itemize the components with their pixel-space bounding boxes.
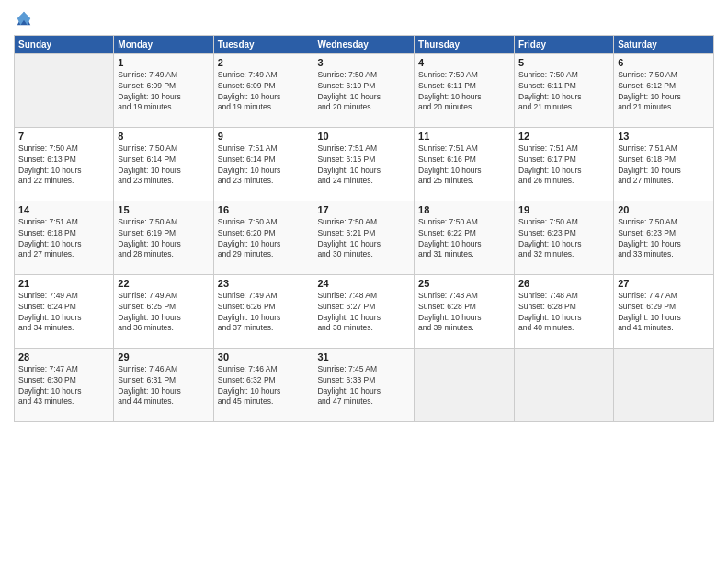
- day-number: 18: [418, 204, 510, 215]
- day-number: 26: [518, 278, 609, 289]
- day-info: Sunrise: 7:48 AM Sunset: 6:27 PM Dayligh…: [317, 291, 410, 335]
- day-cell: [614, 348, 714, 421]
- calendar-page: SundayMondayTuesdayWednesdayThursdayFrid…: [0, 0, 728, 563]
- day-number: 7: [18, 131, 109, 142]
- day-cell: 4Sunrise: 7:50 AM Sunset: 6:11 PM Daylig…: [415, 53, 515, 127]
- day-cell: 30Sunrise: 7:46 AM Sunset: 6:32 PM Dayli…: [213, 348, 313, 421]
- week-row-3: 14Sunrise: 7:51 AM Sunset: 6:18 PM Dayli…: [15, 201, 714, 274]
- day-number: 30: [218, 351, 310, 362]
- day-number: 27: [618, 278, 710, 289]
- day-cell: 11Sunrise: 7:51 AM Sunset: 6:16 PM Dayli…: [415, 127, 515, 201]
- day-cell: 26Sunrise: 7:48 AM Sunset: 6:28 PM Dayli…: [515, 274, 614, 348]
- day-cell: 5Sunrise: 7:50 AM Sunset: 6:11 PM Daylig…: [515, 53, 614, 127]
- day-cell: 1Sunrise: 7:49 AM Sunset: 6:09 PM Daylig…: [114, 53, 213, 127]
- day-info: Sunrise: 7:51 AM Sunset: 6:16 PM Dayligh…: [418, 144, 510, 188]
- header-row: SundayMondayTuesdayWednesdayThursdayFrid…: [15, 35, 714, 53]
- day-info: Sunrise: 7:46 AM Sunset: 6:32 PM Dayligh…: [218, 364, 310, 408]
- day-cell: 14Sunrise: 7:51 AM Sunset: 6:18 PM Dayli…: [15, 201, 114, 274]
- week-row-2: 7Sunrise: 7:50 AM Sunset: 6:13 PM Daylig…: [15, 127, 714, 201]
- day-number: 31: [317, 351, 410, 362]
- col-header-monday: Monday: [114, 35, 213, 53]
- day-number: 16: [218, 204, 310, 215]
- day-number: 4: [418, 57, 510, 68]
- day-info: Sunrise: 7:49 AM Sunset: 6:09 PM Dayligh…: [118, 70, 209, 114]
- day-cell: 9Sunrise: 7:51 AM Sunset: 6:14 PM Daylig…: [213, 127, 313, 201]
- col-header-saturday: Saturday: [614, 35, 714, 53]
- week-row-5: 28Sunrise: 7:47 AM Sunset: 6:30 PM Dayli…: [15, 348, 714, 421]
- col-header-tuesday: Tuesday: [213, 35, 313, 53]
- day-number: 23: [218, 278, 310, 289]
- day-cell: 8Sunrise: 7:50 AM Sunset: 6:14 PM Daylig…: [114, 127, 213, 201]
- day-info: Sunrise: 7:50 AM Sunset: 6:14 PM Dayligh…: [118, 144, 209, 188]
- day-number: 21: [18, 278, 109, 289]
- day-cell: 18Sunrise: 7:50 AM Sunset: 6:22 PM Dayli…: [415, 201, 515, 274]
- day-info: Sunrise: 7:49 AM Sunset: 6:25 PM Dayligh…: [118, 291, 209, 335]
- day-cell: 21Sunrise: 7:49 AM Sunset: 6:24 PM Dayli…: [15, 274, 114, 348]
- day-cell: 17Sunrise: 7:50 AM Sunset: 6:21 PM Dayli…: [313, 201, 415, 274]
- day-cell: 7Sunrise: 7:50 AM Sunset: 6:13 PM Daylig…: [15, 127, 114, 201]
- day-info: Sunrise: 7:50 AM Sunset: 6:21 PM Dayligh…: [317, 217, 410, 261]
- day-cell: 15Sunrise: 7:50 AM Sunset: 6:19 PM Dayli…: [114, 201, 213, 274]
- day-number: 2: [218, 57, 310, 68]
- day-number: 15: [118, 204, 209, 215]
- day-info: Sunrise: 7:51 AM Sunset: 6:18 PM Dayligh…: [618, 144, 710, 188]
- day-info: Sunrise: 7:50 AM Sunset: 6:23 PM Dayligh…: [618, 217, 710, 261]
- day-info: Sunrise: 7:47 AM Sunset: 6:29 PM Dayligh…: [618, 291, 710, 335]
- day-info: Sunrise: 7:50 AM Sunset: 6:12 PM Dayligh…: [618, 70, 710, 114]
- day-number: 10: [317, 131, 410, 142]
- col-header-thursday: Thursday: [415, 35, 515, 53]
- day-number: 19: [518, 204, 609, 215]
- week-row-1: 1Sunrise: 7:49 AM Sunset: 6:09 PM Daylig…: [15, 53, 714, 127]
- col-header-wednesday: Wednesday: [313, 35, 415, 53]
- day-cell: 3Sunrise: 7:50 AM Sunset: 6:10 PM Daylig…: [313, 53, 415, 127]
- day-cell: 25Sunrise: 7:48 AM Sunset: 6:28 PM Dayli…: [415, 274, 515, 348]
- col-header-sunday: Sunday: [15, 35, 114, 53]
- day-cell: 28Sunrise: 7:47 AM Sunset: 6:30 PM Dayli…: [15, 348, 114, 421]
- day-info: Sunrise: 7:49 AM Sunset: 6:26 PM Dayligh…: [218, 291, 310, 335]
- day-info: Sunrise: 7:51 AM Sunset: 6:15 PM Dayligh…: [317, 144, 410, 188]
- day-number: 8: [118, 131, 209, 142]
- col-header-friday: Friday: [515, 35, 614, 53]
- day-number: 12: [518, 131, 609, 142]
- day-info: Sunrise: 7:51 AM Sunset: 6:17 PM Dayligh…: [518, 144, 609, 188]
- day-number: 28: [18, 351, 109, 362]
- day-number: 6: [618, 57, 710, 68]
- day-info: Sunrise: 7:46 AM Sunset: 6:31 PM Dayligh…: [118, 364, 209, 408]
- day-number: 20: [618, 204, 710, 215]
- day-cell: [515, 348, 614, 421]
- day-info: Sunrise: 7:51 AM Sunset: 6:18 PM Dayligh…: [18, 217, 109, 261]
- day-number: 3: [317, 57, 410, 68]
- calendar-table: SundayMondayTuesdayWednesdayThursdayFrid…: [14, 35, 714, 422]
- logo: [14, 9, 32, 28]
- logo-icon: [16, 10, 32, 27]
- page-header: [14, 9, 714, 28]
- day-number: 13: [618, 131, 710, 142]
- day-cell: 23Sunrise: 7:49 AM Sunset: 6:26 PM Dayli…: [213, 274, 313, 348]
- day-cell: 20Sunrise: 7:50 AM Sunset: 6:23 PM Dayli…: [614, 201, 714, 274]
- day-number: 11: [418, 131, 510, 142]
- day-number: 25: [418, 278, 510, 289]
- day-number: 14: [18, 204, 109, 215]
- day-info: Sunrise: 7:51 AM Sunset: 6:14 PM Dayligh…: [218, 144, 310, 188]
- day-cell: 10Sunrise: 7:51 AM Sunset: 6:15 PM Dayli…: [313, 127, 415, 201]
- day-number: 9: [218, 131, 310, 142]
- day-info: Sunrise: 7:50 AM Sunset: 6:23 PM Dayligh…: [518, 217, 609, 261]
- day-cell: 22Sunrise: 7:49 AM Sunset: 6:25 PM Dayli…: [114, 274, 213, 348]
- day-number: 29: [118, 351, 209, 362]
- day-number: 17: [317, 204, 410, 215]
- day-info: Sunrise: 7:50 AM Sunset: 6:11 PM Dayligh…: [418, 70, 510, 114]
- day-cell: [15, 53, 114, 127]
- day-cell: 16Sunrise: 7:50 AM Sunset: 6:20 PM Dayli…: [213, 201, 313, 274]
- day-cell: 31Sunrise: 7:45 AM Sunset: 6:33 PM Dayli…: [313, 348, 415, 421]
- day-info: Sunrise: 7:48 AM Sunset: 6:28 PM Dayligh…: [518, 291, 609, 335]
- day-info: Sunrise: 7:45 AM Sunset: 6:33 PM Dayligh…: [317, 364, 410, 408]
- day-cell: 19Sunrise: 7:50 AM Sunset: 6:23 PM Dayli…: [515, 201, 614, 274]
- day-info: Sunrise: 7:50 AM Sunset: 6:13 PM Dayligh…: [18, 144, 109, 188]
- day-number: 1: [118, 57, 209, 68]
- day-info: Sunrise: 7:50 AM Sunset: 6:11 PM Dayligh…: [518, 70, 609, 114]
- day-cell: 24Sunrise: 7:48 AM Sunset: 6:27 PM Dayli…: [313, 274, 415, 348]
- logo-text: [14, 9, 32, 28]
- day-info: Sunrise: 7:49 AM Sunset: 6:24 PM Dayligh…: [18, 291, 109, 335]
- day-cell: 13Sunrise: 7:51 AM Sunset: 6:18 PM Dayli…: [614, 127, 714, 201]
- day-number: 5: [518, 57, 609, 68]
